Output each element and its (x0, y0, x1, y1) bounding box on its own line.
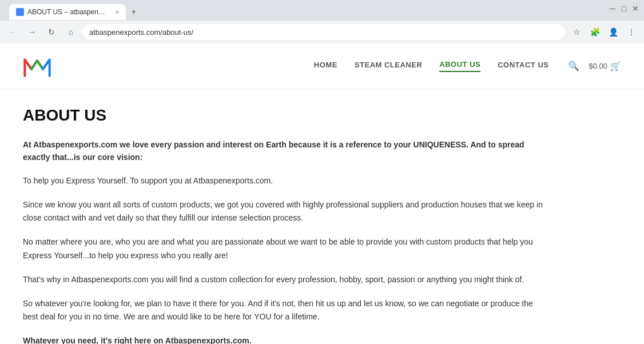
tab-favicon (16, 8, 24, 16)
tab-close-button[interactable]: × (116, 9, 119, 15)
paragraph-2: Since we know you want all sorts of cust… (23, 198, 549, 226)
menu-button[interactable]: ⋮ (623, 24, 639, 40)
site-header: HOME STEAM CLEANER ABOUT US CONTACT US 🔍… (0, 43, 644, 89)
cart-icon[interactable]: 🛒 (610, 61, 621, 71)
main-content: ABOUT US At Atbaspenexports.com we love … (0, 89, 572, 344)
paragraph-5: So whatever you're looking for, we plan … (23, 297, 549, 325)
intro-paragraph: At Atbaspenexports.com we love every pas… (23, 138, 549, 164)
minimize-button[interactable]: ─ (609, 5, 617, 13)
site-nav: HOME STEAM CLEANER ABOUT US CONTACT US (314, 60, 549, 72)
paragraph-1: To help you Express Yourself. To support… (23, 174, 549, 188)
nav-home[interactable]: HOME (314, 61, 337, 71)
svg-rect-0 (17, 9, 23, 15)
restore-button[interactable]: □ (620, 5, 628, 13)
bookmark-button[interactable]: ☆ (569, 24, 585, 40)
back-button[interactable]: ← (5, 24, 21, 40)
header-actions: 🔍 $0.00 🛒 (566, 58, 621, 74)
nav-contact-us[interactable]: CONTACT US (498, 61, 548, 71)
browser-tab[interactable]: ABOUT US – atbaspenexports.c... × (9, 4, 126, 20)
home-button[interactable]: ⌂ (63, 24, 79, 40)
close-window-button[interactable]: ✕ (631, 5, 639, 13)
reload-button[interactable]: ↻ (43, 24, 59, 40)
profile-button[interactable]: 👤 (605, 24, 621, 40)
cart-area[interactable]: $0.00 🛒 (589, 61, 621, 71)
paragraph-3: No matter where you are, who you are and… (23, 235, 549, 263)
extensions-button[interactable]: 🧩 (587, 24, 603, 40)
nav-steam-cleaner[interactable]: STEAM CLEANER (355, 61, 422, 71)
search-button[interactable]: 🔍 (566, 58, 582, 74)
closing-paragraph: Whatever you need, it's right here on At… (23, 334, 549, 344)
page-title: ABOUT US (23, 106, 549, 125)
site-logo[interactable] (23, 55, 51, 78)
address-bar[interactable] (82, 24, 565, 40)
forward-button[interactable]: → (24, 24, 40, 40)
paragraph-4: That's why in Atbaspenexports.com you wi… (23, 273, 549, 287)
new-tab-button[interactable]: + (126, 4, 142, 20)
cart-price: $0.00 (589, 62, 607, 70)
nav-about-us[interactable]: ABOUT US (439, 60, 480, 72)
tab-title: ABOUT US – atbaspenexports.c... (27, 8, 108, 16)
